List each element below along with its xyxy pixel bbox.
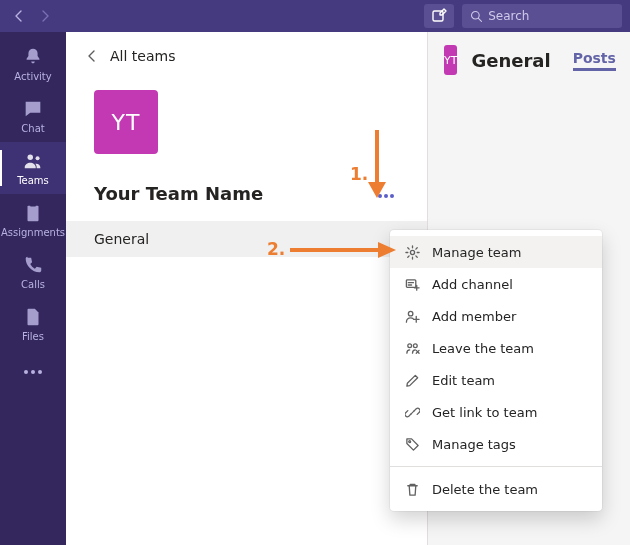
menu-label: Delete the team xyxy=(432,482,538,497)
svg-point-12 xyxy=(410,250,414,254)
menu-label: Add channel xyxy=(432,277,513,292)
channel-avatar: YT xyxy=(444,45,457,75)
phone-icon xyxy=(22,254,44,276)
rail-label: Chat xyxy=(21,123,44,134)
menu-add-channel[interactable]: Add channel xyxy=(390,268,602,300)
svg-point-22 xyxy=(413,343,417,347)
menu-label: Add member xyxy=(432,309,516,324)
menu-manage-team[interactable]: Manage team xyxy=(390,236,602,268)
menu-add-member[interactable]: Add member xyxy=(390,300,602,332)
bell-icon xyxy=(22,46,44,68)
rail-label: Files xyxy=(22,331,44,342)
rail-activity[interactable]: Activity xyxy=(0,38,66,90)
chevron-left-icon xyxy=(86,50,98,62)
svg-rect-0 xyxy=(433,11,443,21)
search-input[interactable] xyxy=(488,9,614,23)
add-channel-icon xyxy=(404,276,420,292)
compose-button[interactable] xyxy=(424,4,454,28)
menu-label: Manage team xyxy=(432,245,522,260)
team-name-row: Your Team Name xyxy=(94,180,399,221)
rail-teams[interactable]: Teams xyxy=(0,142,66,194)
menu-manage-tags[interactable]: Manage tags xyxy=(390,428,602,460)
svg-point-21 xyxy=(407,343,411,347)
teams-icon xyxy=(22,150,44,172)
svg-point-1 xyxy=(472,11,480,19)
menu-label: Manage tags xyxy=(432,437,516,452)
menu-label: Leave the team xyxy=(432,341,534,356)
nav-forward-button[interactable] xyxy=(34,5,56,27)
rail-label: Teams xyxy=(17,175,49,186)
search-box[interactable] xyxy=(462,4,622,28)
all-teams-link[interactable]: All teams xyxy=(86,48,175,64)
svg-line-25 xyxy=(410,410,414,414)
team-avatar[interactable]: YT xyxy=(94,90,158,154)
team-context-menu: Manage team Add channel Add member Leave… xyxy=(390,230,602,511)
more-icon xyxy=(23,369,43,375)
menu-edit-team[interactable]: Edit team xyxy=(390,364,602,396)
svg-point-11 xyxy=(390,194,394,198)
svg-rect-13 xyxy=(406,279,415,287)
assignments-icon xyxy=(22,202,44,224)
svg-point-9 xyxy=(378,194,382,198)
rail-label: Activity xyxy=(14,71,51,82)
svg-point-6 xyxy=(24,370,28,374)
channel-header: YT General Posts F xyxy=(428,32,630,88)
svg-rect-5 xyxy=(30,204,36,207)
team-panel: All teams YT Your Team Name General xyxy=(66,32,428,545)
svg-point-10 xyxy=(384,194,388,198)
more-icon xyxy=(377,193,395,199)
mid-header: All teams xyxy=(66,32,427,80)
nav-back-button[interactable] xyxy=(8,5,30,27)
compose-icon xyxy=(431,8,447,24)
channel-label: General xyxy=(94,231,149,247)
tag-icon xyxy=(404,436,420,452)
rail-label: Calls xyxy=(21,279,45,290)
menu-delete-team[interactable]: Delete the team xyxy=(390,473,602,505)
channel-item-general[interactable]: General xyxy=(66,221,427,257)
menu-get-link[interactable]: Get link to team xyxy=(390,396,602,428)
leave-icon xyxy=(404,340,420,356)
chevron-right-icon xyxy=(39,10,51,22)
svg-point-4 xyxy=(36,156,40,160)
channel-title: General xyxy=(471,50,550,71)
rail-files[interactable]: Files xyxy=(0,298,66,350)
svg-line-2 xyxy=(478,18,481,21)
svg-point-26 xyxy=(408,440,410,442)
rail-more[interactable] xyxy=(0,354,66,390)
rail-calls[interactable]: Calls xyxy=(0,246,66,298)
file-icon xyxy=(22,306,44,328)
svg-point-18 xyxy=(408,311,413,316)
app-rail: Activity Chat Teams Assignments Calls Fi… xyxy=(0,32,66,545)
rail-chat[interactable]: Chat xyxy=(0,90,66,142)
tab-posts[interactable]: Posts xyxy=(573,50,616,71)
team-name: Your Team Name xyxy=(94,183,263,204)
title-bar xyxy=(0,0,630,32)
trash-icon xyxy=(404,481,420,497)
team-block: YT Your Team Name xyxy=(66,80,427,221)
team-more-button[interactable] xyxy=(373,180,399,207)
svg-point-3 xyxy=(28,155,34,161)
link-icon xyxy=(404,404,420,420)
svg-point-8 xyxy=(38,370,42,374)
menu-label: Edit team xyxy=(432,373,495,388)
all-teams-label: All teams xyxy=(110,48,175,64)
search-icon xyxy=(470,9,482,23)
svg-point-7 xyxy=(31,370,35,374)
pencil-icon xyxy=(404,372,420,388)
rail-label: Assignments xyxy=(1,227,65,238)
gear-icon xyxy=(404,244,420,260)
menu-label: Get link to team xyxy=(432,405,537,420)
menu-separator xyxy=(390,466,602,467)
menu-leave-team[interactable]: Leave the team xyxy=(390,332,602,364)
chevron-left-icon xyxy=(13,10,25,22)
rail-assignments[interactable]: Assignments xyxy=(0,194,66,246)
chat-icon xyxy=(22,98,44,120)
add-member-icon xyxy=(404,308,420,324)
